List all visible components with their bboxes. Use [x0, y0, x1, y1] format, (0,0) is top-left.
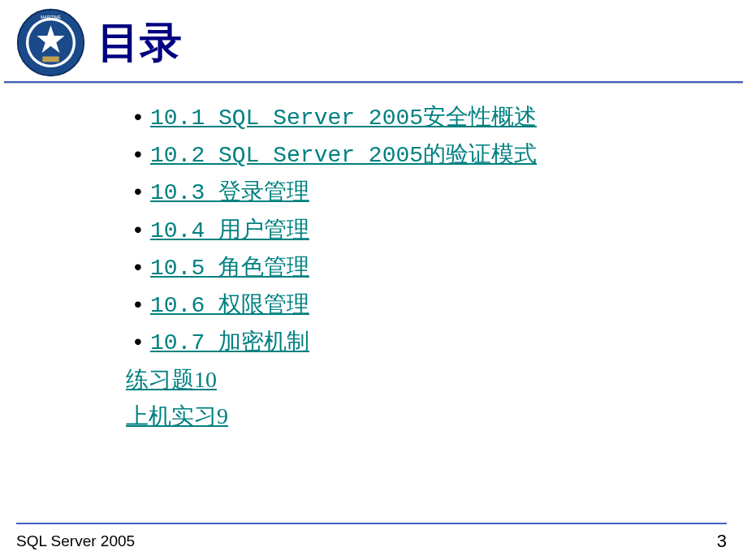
page-number: 3 [717, 531, 727, 552]
toc-item: •10.6 权限管理 [126, 287, 747, 325]
toc-link-2[interactable]: 10.2 SQL Server 2005的验证模式 [150, 143, 537, 168]
toc-item: •10.2 SQL Server 2005的验证模式 [126, 137, 747, 174]
toc-item: •10.3 登录管理 [126, 174, 747, 212]
toc-item: •10.5 角色管理 [126, 250, 747, 287]
page-title: 目录 [97, 15, 182, 71]
footer-text: SQL Server 2005 [16, 532, 135, 550]
footer-divider [16, 523, 727, 524]
bullet-icon: • [126, 213, 150, 250]
university-logo: MARITIME [16, 8, 85, 77]
svg-rect-3 [42, 57, 58, 62]
slide-footer: SQL Server 2005 3 [0, 523, 747, 560]
toc-link-5[interactable]: 10.5 角色管理 [150, 256, 309, 281]
toc-link-lab[interactable]: 上机实习9 [126, 403, 228, 429]
svg-text:MARITIME: MARITIME [41, 15, 62, 19]
bullet-icon: • [126, 250, 150, 287]
toc-item: •10.1 SQL Server 2005安全性概述 [126, 100, 747, 137]
toc-extra-item: 上机实习9 [126, 398, 747, 435]
toc-item: •10.4 用户管理 [126, 213, 747, 250]
toc-link-4[interactable]: 10.4 用户管理 [150, 218, 309, 243]
toc-content: •10.1 SQL Server 2005安全性概述 •10.2 SQL Ser… [0, 84, 747, 435]
toc-link-exercises[interactable]: 练习题10 [126, 367, 217, 392]
footer-row: SQL Server 2005 3 [16, 531, 727, 552]
toc-link-1[interactable]: 10.1 SQL Server 2005安全性概述 [150, 106, 537, 131]
toc-link-3[interactable]: 10.3 登录管理 [150, 180, 309, 205]
bullet-icon: • [126, 137, 150, 174]
bullet-icon: • [126, 174, 150, 212]
bullet-icon: • [126, 100, 150, 137]
toc-link-7[interactable]: 10.7 加密机制 [150, 330, 309, 355]
toc-link-6[interactable]: 10.6 权限管理 [150, 293, 309, 318]
toc-extra-item: 练习题10 [126, 362, 747, 398]
toc-item: •10.7 加密机制 [126, 325, 747, 362]
bullet-icon: • [126, 287, 150, 325]
bullet-icon: • [126, 325, 150, 362]
slide-header: MARITIME 目录 [0, 0, 747, 81]
